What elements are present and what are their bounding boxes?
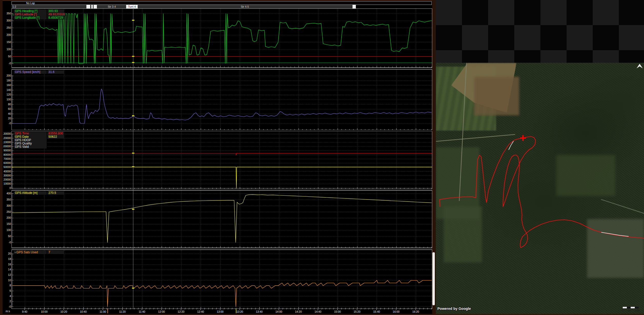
lap-sections-bar[interactable]: 1-2Str 3-4Turn 4Str 4-5 bbox=[12, 5, 432, 8]
lap-segment-str-4-5[interactable]: Str 4-5 bbox=[138, 5, 352, 8]
y-axis-tick-label: 200 bbox=[3, 33, 11, 36]
chart-gps-altitude[interactable]: GPS Altitude [m]270.5 bbox=[12, 190, 432, 248]
y-axis-tick-label: .10000 bbox=[3, 141, 11, 144]
lap-segment[interactable] bbox=[91, 5, 93, 8]
scale-unit-label: m bbox=[628, 309, 630, 312]
time-tick-label: 11:40 bbox=[136, 310, 148, 313]
cursor-value-marker bbox=[132, 153, 134, 154]
y-axis-tick-label: -0 bbox=[3, 241, 11, 244]
time-tick-label: 11:00 bbox=[97, 310, 109, 313]
y-axis-tick-label: 100 bbox=[3, 228, 11, 232]
channel-name: GPS Longitude [°] bbox=[14, 16, 47, 19]
vertical-scrollbar[interactable] bbox=[432, 252, 435, 305]
time-tick-label: 10:00 bbox=[38, 310, 50, 313]
time-tick-label: 15:00 bbox=[331, 310, 343, 313]
satellite-map[interactable]: Powered by Google 0 m 100 bbox=[436, 63, 644, 315]
channel-value: 50622 bbox=[47, 135, 64, 139]
time-cursor[interactable] bbox=[133, 5, 133, 309]
y-axis-tick-label: 40000 bbox=[3, 170, 11, 173]
y-axis-tick-label: 10000 bbox=[3, 182, 11, 185]
y-axis-tick-label: -0 bbox=[3, 62, 11, 65]
chart-gps-time-date[interactable]: GPS Time83558.800GPS Date50622GPS HDOPGP… bbox=[12, 131, 432, 189]
y-axis-tick-label: 10 bbox=[3, 279, 11, 282]
y-axis-tick-label: 80 bbox=[3, 103, 11, 106]
lap-segment[interactable] bbox=[353, 5, 356, 8]
chart-separator[interactable] bbox=[12, 248, 432, 249]
y-axis-tick-label: 100 bbox=[3, 48, 11, 51]
window-border-bottom bbox=[0, 314, 644, 315]
cursor-value-marker bbox=[132, 209, 134, 210]
north-arrow-icon[interactable] bbox=[637, 64, 643, 68]
channel-label-row[interactable]: GPS Altitude [m]270.5 bbox=[14, 191, 64, 195]
chart-gps-sats-used[interactable]: ▪GPS Sats Used7 bbox=[12, 250, 432, 309]
chart-panel: No Lap 1-2Str 3-4Turn 4Str 4-5 m:s GPS H… bbox=[3, 0, 432, 314]
y-axis-tick-label: 250 bbox=[3, 210, 11, 213]
scale-bar-segments bbox=[622, 307, 639, 309]
lap-segment-turn-4[interactable]: Turn 4 bbox=[126, 5, 138, 8]
time-tick-label: 14:40 bbox=[312, 310, 324, 313]
lap-segment-str-3-4[interactable]: Str 3-4 bbox=[97, 5, 126, 8]
channel-name: ▪GPS Sats Used bbox=[14, 251, 47, 254]
channel-value: 7 bbox=[47, 251, 64, 254]
y-axis-tick-label: 400 bbox=[3, 192, 11, 195]
chart-separator[interactable] bbox=[12, 68, 432, 69]
y-axis-tick-label: 6 bbox=[3, 289, 11, 292]
channel-label-row[interactable]: GPS Speed [km/h]31.6 bbox=[14, 70, 64, 74]
cursor-value-marker bbox=[132, 115, 134, 116]
y-axis-tick-label: -0 bbox=[3, 122, 11, 125]
y-axis-tick-label: 180 bbox=[3, 79, 11, 82]
channel-value: 31.6 bbox=[47, 70, 64, 74]
y-axis-tick-label: 250 bbox=[3, 26, 11, 29]
y-axis-tick-label: 300 bbox=[3, 204, 11, 207]
time-tick-label: 16:00 bbox=[390, 310, 402, 313]
y-axis-tick-label: 60 bbox=[3, 107, 11, 110]
time-tick-label: 16:20 bbox=[410, 310, 421, 313]
channel-bullet-icon: ▪ bbox=[15, 251, 16, 254]
time-tick-label: 12:00 bbox=[156, 310, 167, 313]
y-axis-tick-label: 20 bbox=[3, 252, 11, 255]
y-axis-tick-label: 50 bbox=[3, 235, 11, 238]
time-tick-label: 10:20 bbox=[58, 310, 70, 313]
time-tick-label: 13:20 bbox=[234, 310, 246, 313]
channel-label-row[interactable]: ▪GPS Sats Used7 bbox=[14, 251, 64, 254]
y-axis-tick-label: 150 bbox=[3, 40, 11, 44]
time-tick-label: 14:20 bbox=[293, 310, 304, 313]
channel-label-row[interactable]: GPS Longitude [°]6.4506729 bbox=[14, 16, 64, 19]
chart-separator[interactable] bbox=[12, 189, 432, 190]
y-axis-tick-label: 300 bbox=[3, 19, 11, 22]
lap-segment[interactable] bbox=[356, 5, 432, 8]
y-axis-tick-label: 350 bbox=[3, 198, 11, 201]
channel-label-row[interactable]: GPS Valid bbox=[14, 145, 64, 149]
y-axis-tick-label: .00000 bbox=[3, 145, 11, 148]
scale-zero-label: 0 bbox=[622, 309, 623, 312]
y-axis-tick-label: 40 bbox=[3, 112, 11, 115]
channel-value: 270.5 bbox=[47, 191, 64, 195]
y-axis-tick-label: .30000 bbox=[3, 132, 11, 135]
y-axis-tick-label: 30000 bbox=[3, 174, 11, 177]
checkered-flag-area bbox=[436, 0, 644, 63]
y-axis-tick-label: -0 bbox=[3, 305, 11, 308]
y-axis-tick-label: 0 bbox=[3, 186, 11, 190]
channel-value: 6.4506729 bbox=[47, 16, 64, 19]
y-axis-tick-label: 14 bbox=[3, 268, 11, 271]
no-lap-bar[interactable]: No Lap bbox=[12, 1, 432, 5]
chart-gps-speed[interactable]: GPS Speed [km/h]31.6 bbox=[12, 69, 432, 130]
y-axis-tick-label: 80000 bbox=[3, 153, 11, 156]
lap-segment[interactable] bbox=[86, 5, 90, 8]
cursor-value-marker bbox=[132, 20, 134, 21]
y-axis-tick-label: 50000 bbox=[3, 165, 11, 169]
time-tick-label: 14:00 bbox=[273, 310, 285, 313]
y-axis-tick-label: 4 bbox=[3, 295, 11, 298]
y-axis-tick-label: 16 bbox=[3, 263, 11, 266]
chart-separator[interactable] bbox=[12, 130, 432, 131]
cursor-value-marker bbox=[132, 288, 134, 289]
y-axis-tick-label: 120 bbox=[3, 93, 11, 96]
chart-gps-heading[interactable]: GPS Heading [°]300.93GPS Latitude [°]49.… bbox=[12, 8, 432, 68]
y-axis-tick-label: 200 bbox=[3, 216, 11, 219]
lap-segment[interactable] bbox=[94, 5, 97, 8]
time-tick-label: 13:00 bbox=[214, 310, 226, 313]
y-axis-tick-label: 90000 bbox=[3, 149, 11, 152]
y-axis-tick-label: 50 bbox=[3, 55, 11, 58]
map-attribution: Powered by Google bbox=[437, 307, 471, 311]
time-tick-label: 11:20 bbox=[116, 310, 128, 313]
